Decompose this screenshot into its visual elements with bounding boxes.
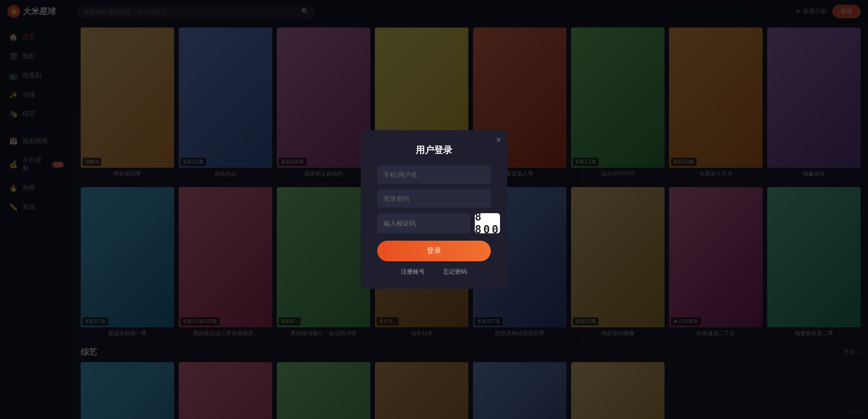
username-input[interactable]: [377, 165, 491, 184]
forgot-password-link[interactable]: 忘记密码: [443, 268, 467, 276]
modal-close-button[interactable]: ×: [496, 136, 501, 144]
modal-overlay[interactable]: × 用户登录 8 800 登录 注册账号 忘记密码: [0, 0, 868, 419]
modal-footer: 注册账号 忘记密码: [377, 268, 491, 276]
modal-title: 用户登录: [377, 144, 491, 156]
login-submit-button[interactable]: 登录: [377, 241, 491, 261]
captcha-row: 8 800: [377, 213, 491, 233]
captcha-image[interactable]: 8 800: [475, 213, 500, 233]
captcha-input[interactable]: [377, 213, 470, 233]
password-input[interactable]: [377, 189, 491, 208]
register-link[interactable]: 注册账号: [401, 268, 425, 276]
login-modal: × 用户登录 8 800 登录 注册账号 忘记密码: [361, 130, 507, 289]
